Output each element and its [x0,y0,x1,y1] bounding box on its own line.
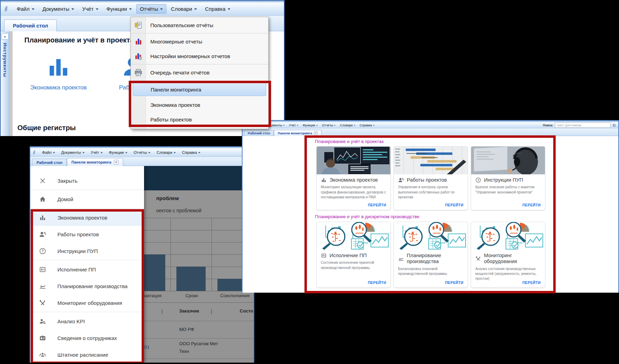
chevron-down-icon [96,8,98,11]
dropdown-item-multidim-settings[interactable]: Настройки многомерных отчетов [131,49,268,63]
menu-dictionaries[interactable]: Словари [338,123,357,128]
tab-desktop[interactable]: Рабочий стол [244,130,274,136]
menu-accounting[interactable]: Учёт [88,149,105,156]
menu-file[interactable]: Файл [13,4,38,14]
search-input[interactable] [555,122,611,128]
dropdown-item-dashboards[interactable]: Панели мониторинга [133,83,266,96]
menu-functions[interactable]: Функции [301,123,319,128]
drawer-item-pp-execution[interactable]: Исполнение ПП [30,261,144,278]
tools-icon [475,256,481,262]
tab-dashboards[interactable]: Панели мониторинга × [274,130,322,136]
menu-reports[interactable]: Отчёты [136,4,166,14]
chevron-down-icon [373,125,374,127]
go-button[interactable]: ПЕРЕЙТИ [445,280,463,285]
menu-help[interactable]: Справка [179,149,203,156]
drawer-separator [30,190,144,190]
menu-file[interactable]: Файл [39,149,58,156]
person-search-icon [39,318,46,325]
close-tab-icon[interactable]: × [114,160,119,165]
chevron-down-icon [316,125,318,127]
card-description: Анализ состояния производственных мощнос… [475,267,541,282]
chevron-down-icon [148,152,150,155]
go-button[interactable]: ПЕРЕЙТИ [368,203,386,207]
chevron-down-icon [228,8,230,11]
card-image-analytics [471,222,545,250]
menu-documents[interactable]: Документы [58,149,87,156]
drawer-item-equipment-monitoring[interactable]: Мониторинг оборудования [30,294,144,311]
dropdown-item-print-queue[interactable]: Очередь печати отчётов [131,65,268,80]
go-button[interactable]: ПЕРЕЙТИ [522,203,541,207]
dropdown-item-user-reports[interactable]: Пользовательские отчёты [131,18,268,32]
drawer-item-close[interactable]: Закрыть [30,172,144,189]
window-desktop-large: Файл Документы Учёт Функции Отчёты Слова… [0,0,285,136]
dropdown-item-project-works[interactable]: Работы проектов [131,112,268,127]
tab-strip: Рабочий стол Панели мониторинга × [243,128,618,136]
print-queue-icon [134,68,143,77]
reports-dropdown-menu: Пользовательские отчёты Многомерные отче… [130,17,269,129]
go-button[interactable]: ПЕРЕЙТИ [445,203,463,207]
menu-documents[interactable]: Документы [39,4,78,14]
menubar: Файл Документы Учёт Функции Отчёты Слова… [243,122,618,128]
menu-dictionaries[interactable]: Словари [167,4,200,14]
badge-icon [39,334,46,342]
drawer-item-kpi-analysis[interactable]: Анализ KPI [30,313,144,330]
drawer-separator [30,208,144,208]
close-tab-icon[interactable]: × [314,131,318,135]
card-pp-execution[interactable]: Исполнение ПП Состояние исполнения приня… [316,222,391,288]
svg-text:?: ? [477,179,479,182]
gallery-section-title: Планирование и учёт в дискретном произво… [315,214,419,219]
bar-chart-icon [39,214,46,221]
dropdown-item-project-economics[interactable]: Экономика проектов [131,97,268,112]
menu-accounting[interactable]: Учёт [79,4,102,14]
app-logo-quill-icon [32,150,37,155]
dropdown-item-multidim-reports[interactable]: Многомерные отчеты [131,34,268,49]
chevron-down-icon [125,152,127,155]
dashboards-nav-drawer: Закрыть Домой Экономика проектов Работы … [30,166,144,363]
card-production-planning[interactable]: Планирование производства Балансировка п… [394,222,468,288]
menu-accounting[interactable]: Учёт [287,123,301,128]
shortcut-project-economics[interactable]: Экономика проектов [28,54,89,91]
menu-reports[interactable]: Отчёты [320,123,338,128]
drawer-item-staffing-table[interactable]: Штатное расписание [30,346,144,363]
shortcut-label: Экономика проектов [28,84,89,91]
expand-rail-button[interactable]: » [1,33,9,40]
card-equipment-monitoring[interactable]: Мониторинг оборудования Анализ состояния… [471,222,545,288]
menu-separator [131,64,268,64]
menu-help[interactable]: Справка [358,123,376,128]
bar-chart-icon [321,177,327,183]
menu-help[interactable]: Справка [201,4,234,14]
drawer-item-production-planning[interactable]: Планирование производства [30,278,144,294]
card-description: Балансировка плановой производственной п… [398,267,463,276]
drawer-item-project-works[interactable]: Работы проектов [30,226,144,243]
card-image-analytics [317,222,390,250]
bar-chart-icon [45,54,72,80]
chevron-down-icon [53,152,55,155]
tab-dashboards[interactable]: Панели мониторинга × [67,158,123,166]
people-icon [39,351,46,358]
gear-icon[interactable] [612,123,617,127]
go-button[interactable]: ПЕРЕЙТИ [522,280,541,285]
drawer-item-pup-instructions[interactable]: ?Инструкции ПУП [30,243,144,259]
card-project-works[interactable]: Работы проектов Управление и контроль ср… [394,146,468,210]
chevron-down-icon [194,8,197,11]
drawer-item-home[interactable]: Домой [30,191,144,207]
tab-desktop[interactable]: Рабочий стол [32,159,67,166]
menu-dictionaries[interactable]: Словари [154,149,178,156]
menu-functions[interactable]: Функции [103,4,135,14]
go-button[interactable]: ПЕРЕЙТИ [368,280,386,285]
multidim-settings-icon [134,52,143,61]
section-title-registers: Общие регистры [17,124,76,132]
card-image-headset [471,147,545,174]
svg-text:?: ? [41,249,43,253]
menu-functions[interactable]: Функции [106,149,130,156]
tab-desktop[interactable]: Рабочий стол [4,19,57,31]
grid-icon [39,266,46,273]
card-description: Управление и контроль сроков выполнения … [398,185,463,200]
menu-reports[interactable]: Отчёты [131,149,153,156]
card-project-economics[interactable]: Экономика проектов Мониторинг калькуляци… [316,146,391,210]
search-label: Поиск: [543,124,553,127]
drawer-item-employee-info[interactable]: Сведения о сотрудниках [30,330,144,346]
drawer-item-project-economics[interactable]: Экономика проектов [30,209,144,226]
card-pup-instructions[interactable]: ?Инструкции ПУП Краткое описание работы … [471,146,545,210]
window-dashboards-gallery: Файл Документы Учёт Функции Отчёты Слова… [242,120,619,293]
